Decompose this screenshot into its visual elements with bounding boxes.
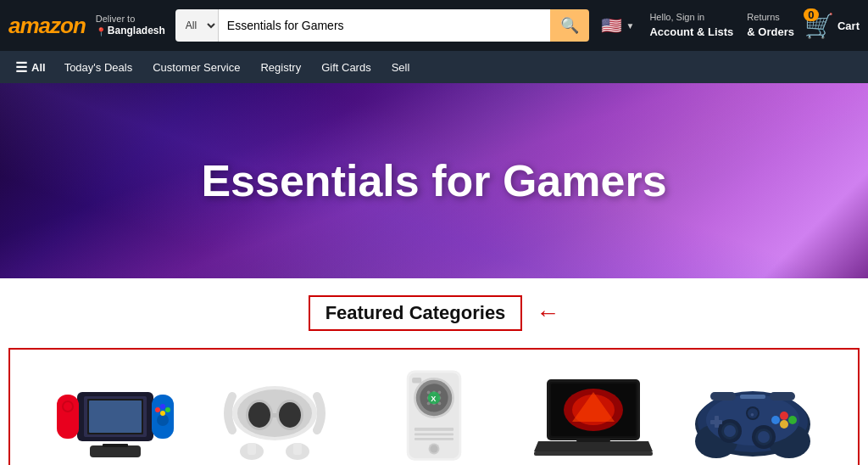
nav-customer-service[interactable]: Customer Service	[144, 58, 248, 77]
svg-point-12	[160, 411, 165, 416]
svg-point-6	[64, 402, 72, 411]
svg-point-10	[165, 407, 170, 412]
svg-rect-75	[740, 395, 765, 399]
svg-point-68	[788, 416, 797, 424]
featured-title: Featured Categories	[309, 295, 523, 331]
controller-image: ●	[689, 367, 816, 465]
category-controllers[interactable]: ● Controllers	[685, 367, 821, 465]
xbox-image: X	[370, 367, 498, 465]
svg-point-20	[279, 402, 301, 428]
svg-point-69	[771, 416, 780, 424]
account-box[interactable]: Hello, Sign in Account & Lists	[649, 11, 733, 40]
nav-sell[interactable]: Sell	[383, 58, 419, 77]
svg-rect-42	[415, 433, 453, 435]
svg-text:X: X	[431, 395, 437, 403]
arrow-indicator: ←	[536, 300, 559, 327]
svg-point-8	[157, 414, 169, 426]
search-icon: 🔍	[560, 16, 579, 35]
featured-categories-section: Featured Categories ←	[0, 278, 868, 465]
svg-rect-13	[90, 445, 141, 457]
svg-point-9	[155, 407, 160, 412]
search-category-select[interactable]: All	[175, 9, 219, 42]
svg-rect-25	[293, 443, 302, 455]
all-menu-button[interactable]: ☰ All	[8, 56, 53, 79]
nintendo-image	[52, 367, 179, 465]
categories-container: Nintendo	[8, 348, 860, 465]
svg-rect-43	[415, 438, 453, 440]
svg-point-45	[430, 445, 437, 452]
svg-rect-53	[534, 451, 653, 456]
svg-rect-3	[89, 401, 142, 433]
category-xbox[interactable]: X XBOX	[366, 367, 502, 465]
oculus-image	[211, 367, 338, 465]
svg-point-67	[780, 412, 788, 420]
language-selector[interactable]: 🇺🇸 ▼	[601, 15, 634, 36]
deliver-to-box[interactable]: Deliver to Bangladesh	[96, 13, 165, 38]
nav-gift-cards[interactable]: Gift Cards	[313, 58, 380, 77]
cart-icon: 🛒 0	[804, 12, 834, 40]
category-oculus[interactable]: Oculus	[207, 367, 342, 465]
search-button[interactable]: 🔍	[550, 9, 589, 42]
svg-point-19	[248, 402, 270, 428]
nav-todays-deals[interactable]: Today's Deals	[56, 58, 142, 77]
svg-rect-52	[576, 439, 610, 442]
nav-registry[interactable]: Registry	[252, 58, 309, 77]
svg-rect-21	[270, 413, 279, 417]
search-input[interactable]	[219, 9, 551, 42]
svg-rect-66	[710, 420, 722, 424]
laptop-image	[530, 367, 657, 465]
svg-rect-71	[710, 392, 736, 401]
svg-point-61	[724, 425, 736, 437]
secondary-navigation: ☰ All Today's Deals Customer Service Reg…	[0, 51, 868, 83]
svg-point-64	[758, 431, 770, 443]
svg-text:●: ●	[750, 411, 754, 418]
svg-rect-41	[415, 428, 453, 431]
top-navigation: amazon Deliver to Bangladesh All 🔍 🇺🇸 ▼ …	[0, 0, 868, 51]
category-nintendo[interactable]: Nintendo	[47, 367, 183, 465]
dropdown-arrow-icon: ▼	[626, 21, 634, 31]
svg-rect-23	[248, 443, 256, 455]
svg-point-70	[780, 420, 788, 429]
hamburger-icon: ☰	[15, 59, 27, 76]
search-bar: All 🔍	[175, 9, 590, 42]
category-laptops[interactable]: Laptops	[526, 367, 661, 465]
featured-header: Featured Categories ←	[0, 295, 868, 331]
hero-banner: Essentials for Gamers	[0, 83, 868, 278]
svg-rect-46	[412, 378, 421, 383]
cart-box[interactable]: 🛒 0 Cart	[804, 12, 860, 40]
svg-rect-72	[770, 392, 795, 401]
banner-title: Essentials for Gamers	[201, 155, 666, 206]
amazon-logo[interactable]: amazon	[8, 13, 86, 39]
svg-rect-14	[103, 444, 128, 447]
svg-point-11	[160, 404, 165, 409]
returns-box[interactable]: Returns & Orders	[747, 11, 794, 40]
